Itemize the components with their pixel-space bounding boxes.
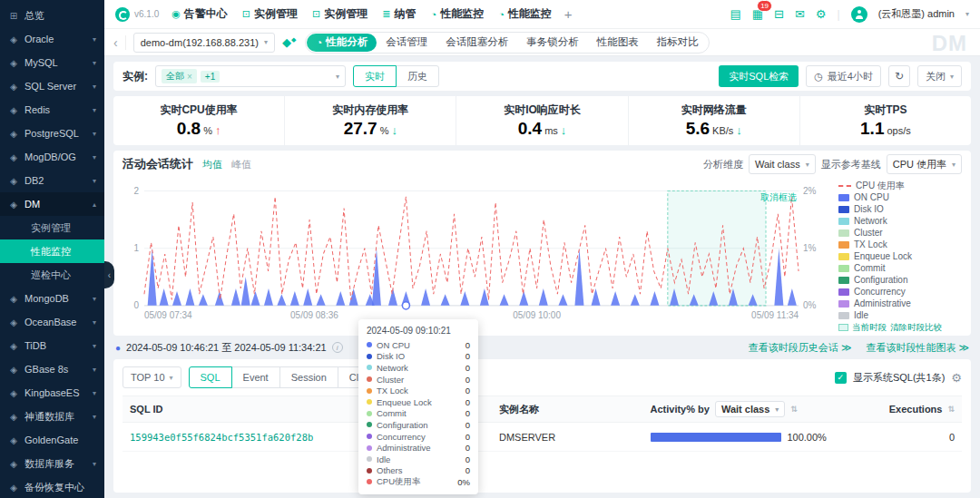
avg-link[interactable]: 均值	[202, 158, 222, 171]
sql-id-link[interactable]: 159943e0f55f6824bcf5351fa620f28b	[130, 432, 313, 443]
legend-item[interactable]: ON CPU	[838, 191, 965, 203]
topsql-tab-event[interactable]: Event	[231, 366, 280, 388]
instance-filter-select[interactable]: 全部× +1 ▾	[155, 65, 346, 87]
history-button[interactable]: 历史	[396, 65, 439, 87]
legend-item[interactable]: Network	[838, 215, 965, 227]
table-settings-gear-icon[interactable]: ⚙	[951, 371, 962, 385]
menu-admission[interactable]: ≣纳管	[382, 6, 416, 22]
baseline-select[interactable]: CPU 使用率▾	[887, 154, 962, 174]
menu-performance-monitor-1[interactable]: ◔性能监控	[431, 6, 485, 22]
tab-session-block-analysis[interactable]: 会话阻塞分析	[436, 34, 517, 52]
realtime-sql-search-button[interactable]: 实时SQL检索	[719, 65, 799, 87]
sort-icon[interactable]: ⇅	[790, 405, 798, 414]
col-executions[interactable]: Executions⇅	[869, 404, 962, 415]
sidebar-item-mogdb-og[interactable]: ◈MogDB/OG▾	[0, 145, 104, 169]
chevron-down-icon[interactable]: ▾	[965, 10, 969, 18]
sidebar-item-tidb[interactable]: ◈TiDB▾	[0, 334, 104, 357]
tab-metric-compare[interactable]: 指标对比	[648, 34, 708, 52]
remove-tag-icon[interactable]: ×	[187, 72, 192, 82]
tab-perf-analysis[interactable]: ◔性能分析	[307, 34, 377, 52]
sidebar-item-oceanbase[interactable]: ◈OceanBase▾	[0, 310, 104, 334]
metric-memory-usage[interactable]: 实时内存使用率27.7%↓	[285, 96, 456, 145]
legend-item[interactable]: Administrative	[838, 298, 965, 309]
instance-select[interactable]: demo-dm(192.168.88.231) ▾	[133, 33, 275, 53]
legend-item[interactable]: Idle	[838, 309, 965, 321]
series-dot-icon	[367, 422, 372, 427]
avatar[interactable]	[851, 6, 867, 23]
filter-tag-all[interactable]: 全部×	[162, 69, 197, 83]
topsql-tab-session[interactable]: Session	[279, 366, 338, 388]
legend-item[interactable]: Configuration	[838, 274, 965, 286]
tab-session-management[interactable]: 会话管理	[377, 34, 436, 52]
settings-gear-icon[interactable]: ⚙	[816, 7, 827, 21]
sidebar-item-overview[interactable]: ⊞总览	[0, 4, 104, 27]
sidebar-item-mysql[interactable]: ◈MySQL▾	[0, 51, 104, 74]
legend-item[interactable]: Enqueue Lock	[838, 250, 965, 262]
sidebar-item-gbase-8s[interactable]: ◈GBase 8s▾	[0, 357, 104, 381]
legend-item[interactable]: Cluster	[838, 227, 965, 239]
sidebar-item-sql-server[interactable]: ◈SQL Server▾	[0, 74, 104, 98]
legend-item[interactable]: CPU 使用率	[838, 180, 965, 191]
sidebar-item-oracle[interactable]: ◈Oracle▾	[0, 27, 104, 51]
metric-io-latency[interactable]: 实时IO响应时长0.4ms↓	[456, 96, 628, 145]
legend-item[interactable]: Disk IO	[838, 203, 965, 215]
sidebar-item-postgresql[interactable]: ◈PostgreSQL▾	[0, 122, 104, 145]
user-icon	[855, 10, 864, 19]
sidebar-item-mongodb[interactable]: ◈MongoDB▾	[0, 287, 104, 310]
chat-icon[interactable]: ✉	[795, 7, 805, 21]
sidebar-collapse-handle[interactable]: ‹	[104, 261, 114, 288]
dimension-select[interactable]: Wait class▾	[749, 154, 816, 174]
realtime-button[interactable]: 实时	[353, 65, 397, 87]
sidebar-item-label: Oracle	[24, 34, 54, 44]
sidebar-subitem-inspection-center[interactable]: 巡检中心	[0, 263, 104, 287]
activity-sessions-chart[interactable]: 00%11%22%05/09 07:3405/09 08:3605/09 10:…	[113, 178, 838, 336]
menu-instance-management-1[interactable]: ⊡实例管理	[242, 6, 298, 22]
metric-cpu-usage[interactable]: 实时CPU使用率0.8%↑	[113, 96, 285, 145]
user-name[interactable]: (云和恩墨) admin	[878, 7, 955, 21]
sidebar-item-kingbasees[interactable]: ◈KingbaseES▾	[0, 381, 104, 405]
sidebar-item-shentong[interactable]: ◈神通数据库▾	[0, 405, 104, 428]
show-system-sql-checkbox[interactable]: ✓	[835, 372, 847, 384]
clear-compare-link[interactable]: 清除时段比较	[890, 322, 942, 334]
baseline-value: CPU 使用率	[893, 158, 946, 171]
legend-item[interactable]: Concurrency	[838, 286, 965, 298]
screen-icon[interactable]: ⊟	[774, 7, 784, 21]
tab-perf-charts[interactable]: 性能图表	[588, 34, 648, 52]
table-row[interactable]: 159943e0f55f6824bcf5351fa620f28b 1 DMSER…	[122, 423, 962, 452]
sidebar-item-db-service[interactable]: ◈数据库服务▾	[0, 452, 104, 475]
sidebar-item-backup-restore[interactable]: ◈备份恢复中心	[0, 475, 104, 498]
legend-item[interactable]: TX Lock	[838, 239, 965, 250]
metric-tps[interactable]: 实时TPS1.1ops/s	[800, 96, 971, 145]
peak-link[interactable]: 峰值	[231, 158, 251, 171]
sidebar-item-db2[interactable]: ◈DB2▾	[0, 169, 104, 192]
time-range-select[interactable]: ◷最近4小时	[806, 65, 881, 87]
add-tab-button[interactable]: +	[564, 6, 573, 22]
document-icon[interactable]: ▤	[730, 7, 740, 21]
apps-icon[interactable]: ▦19	[752, 7, 763, 21]
auto-refresh-select[interactable]: 关闭▾	[917, 65, 962, 87]
metric-network-traffic[interactable]: 实时网络流量5.6KB/s↓	[629, 96, 800, 145]
menu-performance-monitor-2[interactable]: ◔性能监控	[498, 6, 552, 22]
cluster-diamond-icon[interactable]: ◆◆	[282, 35, 296, 49]
filter-tag-more[interactable]: +1	[201, 71, 220, 83]
sidebar-item-goldengate[interactable]: ◈GoldenGate	[0, 428, 104, 452]
menu-instance-management-2[interactable]: ⊡实例管理	[312, 6, 368, 22]
refresh-button[interactable]: ↻	[888, 65, 910, 87]
activity-dimension-select[interactable]: Wait class▾	[715, 401, 785, 417]
tab-tx-lock-analysis[interactable]: 事务锁分析	[517, 34, 588, 52]
top-sql-toggle-icon[interactable]: ◉	[897, 336, 904, 337]
sidebar-subitem-instance-management[interactable]: 实例管理	[0, 216, 104, 239]
sidebar-item-redis[interactable]: ◈Redis▾	[0, 98, 104, 122]
back-button[interactable]: ‹	[113, 35, 126, 50]
view-perf-charts-link[interactable]: 查看该时段性能图表 ≫	[866, 341, 969, 355]
view-history-sessions-link[interactable]: 查看该时段历史会话 ≫	[749, 341, 852, 355]
menu-alarm-center[interactable]: ◉告警中心	[172, 6, 228, 22]
top-n-select[interactable]: TOP 10▾	[122, 366, 181, 388]
sort-icon[interactable]: ⇅	[947, 405, 955, 414]
legend-item[interactable]: Commit	[838, 262, 965, 274]
content: 实例: 全部× +1 ▾ 实时 历史 实时SQL检索 ◷最近4小时 ↻ 关闭▾ …	[104, 56, 980, 498]
series-dot-icon	[367, 468, 372, 474]
sidebar-item-dm[interactable]: ◈DM▴	[0, 192, 104, 216]
sidebar-subitem-performance-monitor[interactable]: 性能监控	[0, 239, 104, 263]
topsql-tab-sql[interactable]: SQL	[189, 366, 232, 388]
